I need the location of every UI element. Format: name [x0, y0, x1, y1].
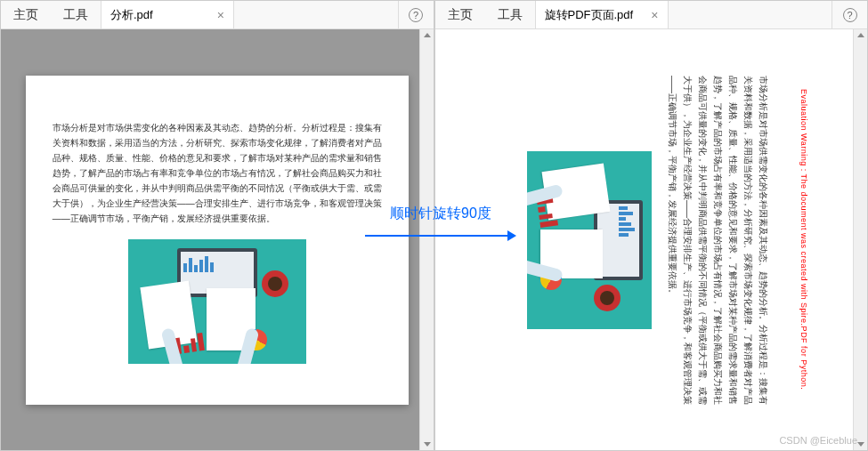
help-icon: ? — [843, 8, 857, 22]
menu-home[interactable]: 主页 — [435, 1, 485, 28]
pdf-page: 市场分析是对市场供需变化的各种因素及其动态、趋势的分析。分析过程是：搜集有关资料… — [26, 76, 409, 405]
tab-title: 分析.pdf — [110, 7, 153, 23]
credit-text: CSDN @Eiceblue — [779, 435, 857, 446]
help-button[interactable]: ? — [398, 1, 434, 28]
close-icon[interactable]: × — [217, 8, 224, 22]
menu-home[interactable]: 主页 — [1, 1, 51, 28]
vertical-scrollbar[interactable] — [853, 29, 867, 450]
toolbar-spacer — [669, 1, 832, 28]
document-body-text: 市场分析是对市场供需变化的各种因素及其动态、趋势的分析。分析过程是：搜集有关资料… — [53, 120, 382, 226]
close-icon[interactable]: × — [651, 8, 658, 22]
menu-tools[interactable]: 工具 — [51, 1, 101, 28]
menu-tools[interactable]: 工具 — [485, 1, 535, 28]
left-viewport[interactable]: 市场分析是对市场供需变化的各种因素及其动态、趋势的分析。分析过程是：搜集有关资料… — [1, 29, 434, 450]
left-pane: 主页 工具 分析.pdf × ? 市场分析是对市场供需变化的各种因素及其动态、趋… — [0, 0, 434, 451]
help-button[interactable]: ? — [831, 1, 867, 28]
tab-title: 旋转PDF页面.pdf — [545, 7, 634, 23]
left-toolbar: 主页 工具 分析.pdf × ? — [1, 1, 434, 29]
right-toolbar: 主页 工具 旋转PDF页面.pdf × ? — [435, 1, 868, 29]
document-tab[interactable]: 旋转PDF页面.pdf × — [535, 1, 669, 28]
document-body-text-rotated: 市场分析是对市场供需变化的各种因素及其动态、趋势的分析。分析过程是：搜集有关资料… — [665, 76, 771, 405]
analytics-illustration-rotated — [527, 151, 652, 329]
app-container: 主页 工具 分析.pdf × ? 市场分析是对市场供需变化的各种因素及其动态、趋… — [0, 0, 868, 451]
analytics-illustration — [128, 239, 306, 364]
vertical-scrollbar[interactable] — [419, 29, 434, 450]
toolbar-spacer — [234, 1, 398, 28]
right-viewport[interactable]: Evaluation Warning : The document was cr… — [435, 29, 868, 450]
pdf-page-rotated: Evaluation Warning : The document was cr… — [486, 49, 815, 431]
help-icon: ? — [409, 8, 423, 22]
right-pane: 主页 工具 旋转PDF页面.pdf × ? Evaluation Warning… — [434, 0, 869, 451]
document-tab[interactable]: 分析.pdf × — [101, 1, 234, 28]
